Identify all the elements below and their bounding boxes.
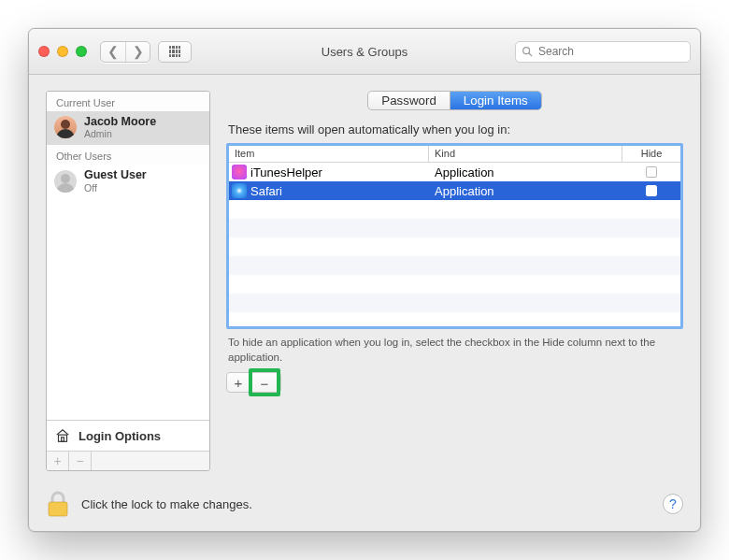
sidebar-user-guest[interactable]: Guest User Off bbox=[47, 165, 209, 198]
hide-checkbox[interactable] bbox=[646, 166, 657, 178]
show-all-button[interactable] bbox=[158, 41, 192, 63]
users-sidebar: Current User Jacob Moore Admin Other Use… bbox=[46, 91, 210, 471]
close-button[interactable] bbox=[38, 46, 50, 57]
login-options-label: Login Options bbox=[79, 429, 161, 443]
hide-hint-text: To hide an application when you log in, … bbox=[228, 336, 681, 365]
table-header: Item Kind Hide bbox=[229, 146, 680, 163]
help-button[interactable]: ? bbox=[663, 494, 683, 514]
house-icon bbox=[54, 427, 71, 444]
remove-user-button[interactable]: − bbox=[69, 452, 92, 470]
current-user-heading: Current User bbox=[47, 92, 209, 111]
grid-icon bbox=[169, 46, 180, 57]
item-kind: Application bbox=[429, 165, 622, 179]
table-body: iTunesHelper Application Safari Applicat… bbox=[229, 163, 680, 326]
avatar bbox=[54, 116, 77, 138]
search-icon bbox=[522, 46, 533, 57]
add-user-button[interactable]: + bbox=[47, 452, 69, 470]
svg-rect-4 bbox=[49, 502, 67, 516]
main-pane: Password Login Items These items will op… bbox=[226, 91, 683, 471]
user-name: Guest User bbox=[84, 168, 147, 181]
remove-login-item-button[interactable]: − bbox=[253, 373, 276, 394]
tab-bar: Password Login Items bbox=[226, 91, 683, 110]
preferences-window: ❮ ❯ Users & Groups Current User Jacob Mo… bbox=[28, 28, 701, 532]
table-row[interactable]: Safari Application bbox=[229, 181, 680, 200]
column-kind[interactable]: Kind bbox=[429, 146, 622, 162]
svg-rect-3 bbox=[62, 438, 64, 442]
hide-checkbox[interactable] bbox=[646, 185, 657, 196]
add-login-item-button[interactable]: + bbox=[227, 373, 250, 392]
top-split: Current User Jacob Moore Admin Other Use… bbox=[46, 91, 683, 471]
tab-login-items[interactable]: Login Items bbox=[450, 92, 541, 109]
column-hide[interactable]: Hide bbox=[622, 146, 680, 162]
item-kind: Application bbox=[429, 184, 622, 198]
back-button[interactable]: ❮ bbox=[101, 42, 125, 62]
add-remove-bar: + − bbox=[226, 372, 683, 393]
item-name: Safari bbox=[250, 184, 282, 198]
sidebar-user-current[interactable]: Jacob Moore Admin bbox=[47, 111, 209, 145]
sidebar-footer: + − bbox=[47, 451, 209, 470]
minimize-button[interactable] bbox=[57, 46, 68, 57]
tab-password[interactable]: Password bbox=[368, 92, 450, 109]
table-row[interactable]: iTunesHelper Application bbox=[229, 163, 680, 181]
item-name: iTunesHelper bbox=[250, 165, 322, 179]
safari-icon bbox=[232, 183, 247, 198]
svg-rect-2 bbox=[59, 435, 67, 441]
search-input[interactable] bbox=[536, 44, 684, 59]
content-area: Current User Jacob Moore Admin Other Use… bbox=[29, 75, 700, 531]
login-items-description: These items will open automatically when… bbox=[228, 122, 683, 136]
lock-hint-text: Click the lock to make changes. bbox=[81, 497, 252, 511]
lock-icon[interactable] bbox=[46, 490, 70, 518]
column-item[interactable]: Item bbox=[229, 146, 429, 162]
svg-point-0 bbox=[523, 48, 530, 54]
user-role: Off bbox=[84, 182, 147, 194]
login-options-button[interactable]: Login Options bbox=[47, 420, 209, 451]
window-controls bbox=[38, 46, 87, 57]
user-name: Jacob Moore bbox=[84, 115, 156, 128]
highlight-marker: − bbox=[249, 368, 280, 396]
footer: Click the lock to make changes. ? bbox=[46, 484, 683, 518]
search-field[interactable] bbox=[515, 41, 691, 63]
zoom-button[interactable] bbox=[76, 46, 87, 57]
titlebar: ❮ ❯ Users & Groups bbox=[29, 29, 700, 75]
user-role: Admin bbox=[84, 128, 156, 139]
login-items-table[interactable]: Item Kind Hide iTunesHelper Application bbox=[226, 143, 683, 329]
svg-line-1 bbox=[529, 53, 532, 56]
avatar bbox=[54, 170, 77, 193]
itunes-icon bbox=[232, 165, 247, 179]
other-users-heading: Other Users bbox=[47, 145, 209, 165]
forward-button[interactable]: ❯ bbox=[125, 42, 150, 62]
nav-back-forward: ❮ ❯ bbox=[100, 41, 150, 63]
